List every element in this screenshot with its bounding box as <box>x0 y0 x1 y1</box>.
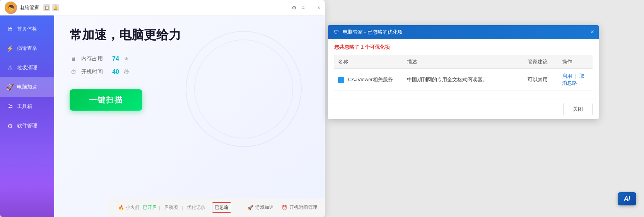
bg-decoration <box>186 31 302 147</box>
game-speed-label: 游戏加速 <box>255 204 274 211</box>
sidebar-label-speed: 电脑加速 <box>17 84 37 91</box>
virus-icon: ⚡ <box>6 44 14 52</box>
clean-icon: ⚠ <box>6 64 14 72</box>
menu-btn[interactable]: ≡ <box>301 5 304 10</box>
close-btn[interactable]: × <box>317 5 320 10</box>
sep2: | <box>182 205 183 210</box>
sidebar: 🖥 首页体检 ⚡ 病毒查杀 ⚠ 垃圾清理 🚀 电脑加速 🗂 工具箱 ⚙ 软件管 <box>0 15 54 217</box>
service-name: CAJViewer相关服务 <box>348 77 393 82</box>
popup-close-icon[interactable]: × <box>591 29 594 36</box>
popup-title-bar: 🛡 电脑管家 - 已忽略的优化项 × <box>328 25 599 39</box>
col-header-desc: 描述 <box>403 55 524 69</box>
popup-title-text: 电脑管家 - 已忽略的优化项 <box>343 29 403 36</box>
popup-table: 名称 描述 管家建议 操作 CAJViewer相关服务 中国期刊网的专用全文格式… <box>334 55 593 91</box>
title-bar: 👦 电脑管家 📋 🔔 ⚙ ≡ − × <box>0 0 325 15</box>
fire-icon: 🔥 <box>118 205 124 210</box>
boot-time-icon: ⏰ <box>282 205 287 210</box>
service-action-cell: 启用 | 取消忽略 <box>558 69 593 91</box>
popup-footer: 关闭 <box>328 99 599 119</box>
main-content: 常加速，电脑更给力 🖥 内存占用 74 % ⏱ 开机时间 40 秒 一键扫描 <box>54 15 325 217</box>
window-controls: ⚙ ≡ − × <box>292 5 320 10</box>
footer-close-button[interactable]: 关闭 <box>563 103 593 115</box>
optimize-record-item[interactable]: 优化记录 <box>184 203 208 212</box>
settings-btn[interactable]: ⚙ <box>292 5 297 10</box>
memory-value: 74 <box>112 55 119 62</box>
service-name-cell: CAJViewer相关服务 <box>334 69 403 91</box>
sidebar-label-clean: 垃圾清理 <box>17 64 37 71</box>
boot-stat: ⏱ 开机时间 40 秒 <box>70 68 309 76</box>
ignored-label: 已忽略 <box>215 204 229 211</box>
scan-button[interactable]: 一键扫描 <box>70 89 142 111</box>
sidebar-item-home[interactable]: 🖥 首页体检 <box>0 19 54 39</box>
ignored-item[interactable]: 已忽略 <box>212 202 231 213</box>
sidebar-label-home: 首页体检 <box>17 26 37 32</box>
avatar: 👦 <box>5 2 17 14</box>
status-badge: 已开启 <box>143 204 157 211</box>
minimize-btn[interactable]: − <box>309 5 313 10</box>
main-title: 常加速，电脑更给力 <box>70 27 309 43</box>
game-speed-icon: 🚀 <box>248 205 253 210</box>
memory-icon: 🖥 <box>70 55 77 63</box>
summary-suffix: 个可优化项 <box>365 44 390 50</box>
boot-value: 40 <box>112 68 119 75</box>
popup-window: 🛡 电脑管家 - 已忽略的优化项 × 您共忽略了 1 个可优化项 名称 描述 管… <box>328 25 599 119</box>
app-logo: 👦 电脑管家 📋 🔔 <box>5 2 59 14</box>
sep3: | <box>209 205 210 210</box>
memory-label: 内存占用 <box>81 55 108 62</box>
game-speed-item[interactable]: 🚀 游戏加速 <box>248 204 274 211</box>
software-icon: ⚙ <box>6 122 14 130</box>
summary-prefix: 您共忽略了 <box>334 44 359 50</box>
settings-icon[interactable]: 🔔 <box>52 4 59 11</box>
sep1: | <box>159 205 160 210</box>
bottom-right-items: 🚀 游戏加速 ⏰ 开机时间管理 <box>248 204 317 211</box>
popup-body: 您共忽略了 1 个可优化项 名称 描述 管家建议 操作 CAJViewer相关服… <box>328 39 599 96</box>
col-header-action: 操作 <box>558 55 593 69</box>
sidebar-item-software[interactable]: ⚙ 软件管理 <box>0 116 54 135</box>
sidebar-item-clean[interactable]: ⚠ 垃圾清理 <box>0 58 54 77</box>
boot-time-label: 开机时间管理 <box>289 204 317 211</box>
service-icon <box>338 77 344 83</box>
col-header-suggest: 管家建议 <box>524 55 558 69</box>
stats-section: 🖥 内存占用 74 % ⏱ 开机时间 40 秒 <box>70 55 309 76</box>
service-desc-cell: 中国期刊网的专用全文格式阅读器。 <box>403 69 524 91</box>
avatar-image: 👦 <box>5 2 17 14</box>
sidebar-label-tools: 工具箱 <box>17 103 32 110</box>
sidebar-item-speed[interactable]: 🚀 电脑加速 <box>0 77 54 97</box>
boot-icon: ⏱ <box>70 68 77 76</box>
sidebar-label-software: 软件管理 <box>17 122 37 129</box>
startup-item[interactable]: 启动项 <box>162 203 180 212</box>
startup-label: 启动项 <box>164 204 178 211</box>
ai-badge: Ai <box>618 192 636 205</box>
table-row: CAJViewer相关服务 中国期刊网的专用全文格式阅读器。 可以禁用 启用 |… <box>334 69 593 91</box>
boot-label: 开机时间 <box>81 68 108 75</box>
sidebar-bottom-decoration <box>0 186 54 217</box>
home-icon: 🖥 <box>6 25 14 33</box>
popup-title-icon: 🛡 <box>333 29 340 36</box>
service-suggest-cell: 可以禁用 <box>524 69 558 91</box>
optimize-label: 优化记录 <box>187 204 205 211</box>
popup-summary: 您共忽略了 1 个可优化项 <box>334 44 593 51</box>
memory-unit: % <box>124 56 128 62</box>
sidebar-item-virus[interactable]: ⚡ 病毒查杀 <box>0 39 54 58</box>
tools-icon: 🗂 <box>6 103 14 110</box>
enable-link[interactable]: 启用 <box>562 73 572 79</box>
boot-unit: 秒 <box>124 68 129 75</box>
notification-icon[interactable]: 📋 <box>43 4 50 11</box>
bottom-left-items: 🔥 小火箭 已开启 | 启动项 | 优化记录 | 已忽略 <box>116 202 231 213</box>
fire-label: 小火箭 <box>126 204 140 211</box>
app-body: 🖥 首页体检 ⚡ 病毒查杀 ⚠ 垃圾清理 🚀 电脑加速 🗂 工具箱 ⚙ 软件管 <box>0 15 325 217</box>
summary-count: 1 <box>361 44 364 50</box>
sidebar-item-tools[interactable]: 🗂 工具箱 <box>0 97 54 116</box>
memory-stat: 🖥 内存占用 74 % <box>70 55 309 63</box>
fire-rocket-item[interactable]: 🔥 小火箭 <box>116 203 142 212</box>
app-title: 电脑管家 <box>19 4 39 11</box>
speed-icon: 🚀 <box>6 83 14 91</box>
sidebar-label-virus: 病毒查杀 <box>17 45 37 52</box>
bottom-bar: 🔥 小火箭 已开启 | 启动项 | 优化记录 | 已忽略 <box>108 198 325 217</box>
col-header-name: 名称 <box>334 55 403 69</box>
boot-time-item[interactable]: ⏰ 开机时间管理 <box>282 204 317 211</box>
title-extra-icons: 📋 🔔 <box>43 4 59 11</box>
main-app-window: 👦 电脑管家 📋 🔔 ⚙ ≡ − × 🖥 首页体检 ⚡ 病毒查杀 <box>0 0 325 217</box>
